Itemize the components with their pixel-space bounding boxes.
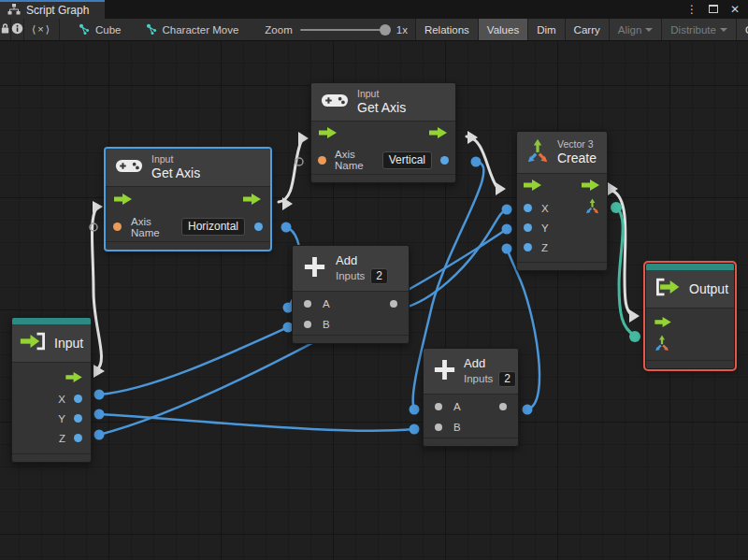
code-icon: ⟨×⟩	[32, 23, 51, 36]
zoom-slider[interactable]	[300, 29, 389, 31]
chevron-down-icon	[720, 28, 727, 32]
node-subtitle: Input	[151, 153, 200, 165]
breadcrumb-item-character-move[interactable]: Character Move	[146, 23, 239, 36]
z-in-port[interactable]	[524, 243, 532, 251]
axis-name-port[interactable]	[318, 156, 326, 165]
dim-button[interactable]: Dim	[527, 19, 564, 40]
vector3-in-port[interactable]	[654, 335, 670, 355]
node-vector3-create[interactable]: Vector 3 Create X Y	[516, 131, 608, 271]
node-header[interactable]: Input Get Axis	[311, 83, 455, 122]
axis-name-port[interactable]	[113, 223, 122, 231]
node-output-event[interactable]: Output	[645, 263, 735, 369]
node-get-axis-vertical[interactable]: Input Get Axis Axis Name Vertical	[310, 82, 456, 183]
code-preview-button[interactable]: ⟨×⟩	[24, 19, 60, 40]
y-out-port[interactable]	[74, 414, 82, 423]
zoom-slider-handle[interactable]	[380, 24, 391, 36]
flow-in-port[interactable]	[654, 314, 672, 331]
x-in-port[interactable]	[524, 204, 532, 212]
input-a-port[interactable]	[435, 403, 442, 410]
node-add-1[interactable]: Add Inputs 2 A B	[292, 245, 410, 344]
titlebar: Script Graph ⋮ ✕	[0, 0, 748, 19]
node-header[interactable]: Add Inputs 2	[293, 246, 409, 292]
wire-add1-to-create-x[interactable]	[402, 209, 507, 309]
carry-button[interactable]: Carry	[565, 19, 609, 40]
breadcrumb: Cube Character Move	[60, 19, 257, 40]
value-out-port[interactable]	[440, 156, 449, 165]
graph-node-icon	[146, 23, 157, 36]
value-out-port[interactable]	[254, 223, 263, 231]
input-b-port[interactable]	[435, 424, 442, 431]
z-out-port[interactable]	[74, 434, 82, 442]
x-out-port[interactable]	[74, 395, 82, 403]
flow-in-port[interactable]	[319, 125, 338, 142]
node-header[interactable]: Output	[646, 270, 734, 309]
y-port-label: Y	[58, 413, 65, 424]
node-add-2[interactable]: Add Inputs 2 A B	[423, 348, 519, 447]
flow-in-port[interactable]	[114, 192, 133, 208]
window-controls: ⋮ ✕	[684, 0, 748, 19]
axis-name-label: Axis Name	[131, 216, 172, 238]
inputs-count-field[interactable]: 2	[370, 268, 388, 284]
axis-name-value-field[interactable]: Horizontal	[181, 218, 245, 236]
vector3-out-port[interactable]	[584, 198, 600, 218]
zoom-control: Zoom 1x	[257, 19, 415, 40]
node-subtitle: Input	[357, 88, 406, 100]
inputs-count-field[interactable]: 2	[498, 371, 516, 387]
flow-out-port[interactable]	[582, 178, 600, 194]
wire-flow-input-to-getaxis-horizontal[interactable]	[92, 208, 101, 369]
graph-canvas[interactable]: Input Get Axis Axis Name Vertical Inpu	[0, 41, 748, 560]
node-footer	[517, 262, 607, 270]
info-button[interactable]	[11, 19, 24, 40]
unity-script-graph-window: Script Graph ⋮ ✕ ⟨×⟩ Cube	[0, 0, 748, 560]
flow-out-port[interactable]	[429, 125, 448, 142]
overview-button[interactable]: Overview	[736, 19, 748, 40]
toolbar: ⟨×⟩ Cube Character Move Zoom 1x	[0, 19, 748, 41]
x-port-label: X	[58, 394, 65, 405]
node-header[interactable]: Input	[12, 324, 91, 363]
input-b-port[interactable]	[304, 321, 311, 328]
distribute-dropdown[interactable]: Distribute	[661, 19, 736, 40]
z-port-label: Z	[541, 242, 548, 253]
node-footer	[311, 174, 455, 182]
node-subtitle: Vector 3	[557, 138, 597, 151]
node-title: Add	[336, 252, 388, 268]
node-title: Add	[464, 355, 516, 371]
breadcrumb-item-cube[interactable]: Cube	[79, 23, 122, 36]
close-icon[interactable]: ✕	[727, 3, 742, 16]
node-header[interactable]: Input Get Axis	[106, 149, 270, 187]
wire-flow-horizontal-to-vertical[interactable]	[279, 139, 302, 202]
lock-button[interactable]	[0, 19, 11, 40]
node-footer	[12, 453, 91, 462]
flow-out-port[interactable]	[65, 369, 83, 386]
sum-out-port[interactable]	[499, 403, 507, 410]
node-title: Get Axis	[357, 100, 406, 116]
tab-script-graph[interactable]: Script Graph	[0, 0, 105, 19]
port-a-label: A	[323, 298, 330, 309]
inputs-label: Inputs	[336, 270, 365, 282]
input-a-port[interactable]	[304, 300, 311, 308]
plus-icon	[302, 254, 327, 283]
values-button[interactable]: Values	[478, 19, 527, 40]
wire-inputy-to-add2-b[interactable]	[99, 414, 414, 431]
zoom-value: 1x	[396, 24, 408, 36]
port-a-label: A	[453, 401, 461, 412]
port-b-label: B	[453, 422, 461, 433]
node-header[interactable]: Vector 3 Create	[517, 132, 607, 174]
flow-in-port[interactable]	[524, 178, 542, 194]
zoom-label: Zoom	[265, 24, 292, 36]
maximize-icon[interactable]	[706, 3, 721, 16]
axis-name-value-field[interactable]: Vertical	[382, 151, 432, 169]
wire-inputx-to-add1-b[interactable]	[99, 327, 288, 395]
more-menu-icon[interactable]: ⋮	[684, 3, 699, 16]
flow-out-port[interactable]	[243, 192, 262, 208]
node-title: Input	[54, 336, 83, 352]
node-get-axis-horizontal[interactable]: Input Get Axis Axis Name Horizontal	[105, 148, 271, 251]
relations-button[interactable]: Relations	[415, 19, 478, 40]
sum-out-port[interactable]	[390, 300, 397, 308]
gamepad-icon	[321, 92, 349, 113]
y-in-port[interactable]	[524, 223, 532, 232]
align-dropdown[interactable]: Align	[609, 19, 662, 40]
y-port-label: Y	[541, 223, 549, 234]
node-input-event[interactable]: Input X Y Z	[11, 317, 92, 463]
node-header[interactable]: Add Inputs 2	[424, 349, 518, 395]
